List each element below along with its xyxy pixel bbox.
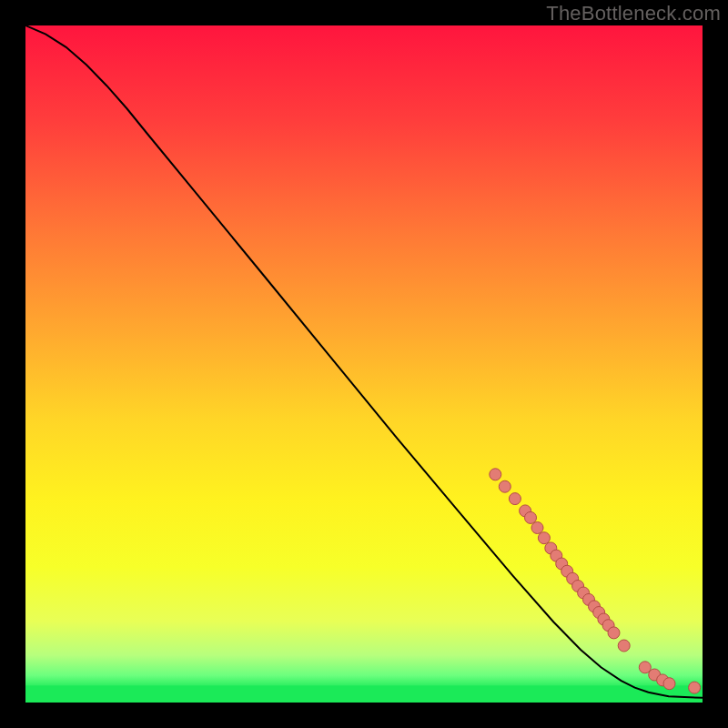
curve-marker: [499, 480, 511, 492]
curve-marker: [490, 469, 501, 480]
curve-marker: [663, 678, 675, 690]
curve-marker: [538, 532, 550, 544]
curve-marker: [525, 511, 537, 523]
plot-svg: [25, 25, 703, 703]
curve-marker: [689, 682, 701, 693]
watermark-text: TheBottleneck.com: [546, 2, 721, 25]
curve-marker: [608, 627, 620, 639]
curve-marker: [531, 522, 543, 534]
plot-area: [25, 25, 703, 703]
gradient-background: [25, 25, 703, 703]
curve-marker: [509, 493, 521, 505]
chart-frame: TheBottleneck.com: [0, 0, 728, 728]
curve-marker: [618, 640, 630, 652]
green-band: [25, 685, 703, 703]
